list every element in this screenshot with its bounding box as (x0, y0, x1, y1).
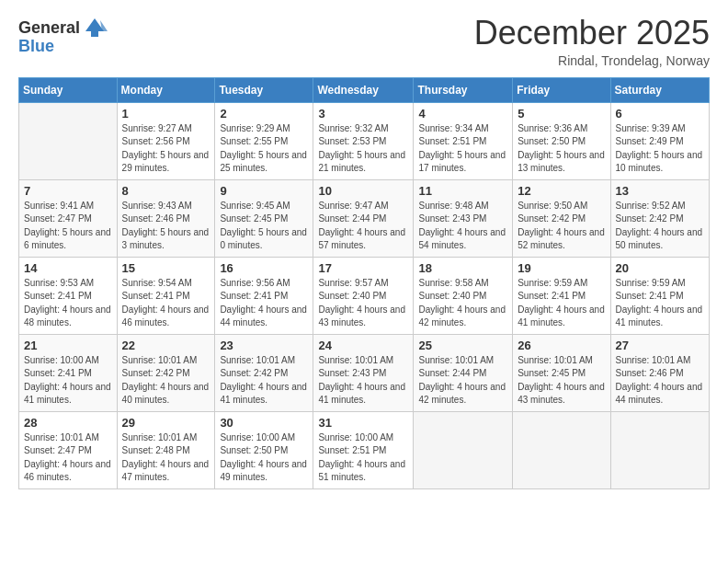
calendar-week-row: 14Sunrise: 9:53 AMSunset: 2:41 PMDayligh… (19, 257, 710, 334)
calendar-week-row: 7Sunrise: 9:41 AMSunset: 2:47 PMDaylight… (19, 179, 710, 257)
calendar-cell: 9Sunrise: 9:45 AMSunset: 2:45 PMDaylight… (215, 179, 313, 257)
calendar-cell: 27Sunrise: 10:01 AMSunset: 2:46 PMDaylig… (610, 334, 709, 411)
weekday-header-friday: Friday (513, 77, 610, 102)
calendar-cell (414, 411, 513, 488)
day-number: 21 (24, 339, 112, 352)
day-number: 15 (122, 261, 210, 275)
calendar-cell: 16Sunrise: 9:56 AMSunset: 2:41 PMDayligh… (215, 257, 313, 334)
day-number: 31 (318, 416, 408, 430)
calendar-cell: 14Sunrise: 9:53 AMSunset: 2:41 PMDayligh… (19, 257, 118, 334)
day-number: 14 (24, 261, 112, 275)
day-number: 25 (418, 339, 507, 352)
calendar-cell: 22Sunrise: 10:01 AMSunset: 2:42 PMDaylig… (117, 334, 215, 411)
day-number: 20 (616, 261, 704, 275)
day-number: 5 (518, 107, 605, 121)
calendar-cell: 1Sunrise: 9:27 AMSunset: 2:56 PMDaylight… (117, 102, 215, 179)
calendar-cell: 29Sunrise: 10:01 AMSunset: 2:48 PMDaylig… (117, 411, 215, 488)
calendar-cell: 28Sunrise: 10:01 AMSunset: 2:47 PMDaylig… (19, 411, 118, 488)
month-title: December 2025 (474, 15, 710, 52)
day-number: 16 (220, 261, 308, 275)
calendar-cell: 25Sunrise: 10:01 AMSunset: 2:44 PMDaylig… (414, 334, 513, 411)
weekday-header-tuesday: Tuesday (215, 77, 313, 102)
calendar-table: SundayMondayTuesdayWednesdayThursdayFrid… (18, 77, 710, 489)
calendar-cell (19, 102, 118, 179)
day-info: Sunrise: 9:59 AMSunset: 2:41 PMDaylight:… (616, 278, 703, 328)
calendar-cell: 26Sunrise: 10:01 AMSunset: 2:45 PMDaylig… (513, 334, 610, 411)
day-info: Sunrise: 10:00 AMSunset: 2:51 PMDaylight… (318, 432, 405, 483)
day-info: Sunrise: 10:01 AMSunset: 2:42 PMDaylight… (122, 355, 210, 406)
day-number: 9 (220, 184, 308, 198)
calendar-cell: 12Sunrise: 9:50 AMSunset: 2:42 PMDayligh… (513, 179, 610, 257)
day-info: Sunrise: 9:45 AMSunset: 2:45 PMDaylight:… (220, 201, 307, 251)
calendar-cell: 2Sunrise: 9:29 AMSunset: 2:55 PMDaylight… (215, 102, 313, 179)
day-info: Sunrise: 9:57 AMSunset: 2:40 PMDaylight:… (318, 278, 405, 328)
day-number: 13 (616, 184, 704, 198)
calendar-cell: 30Sunrise: 10:00 AMSunset: 2:50 PMDaylig… (215, 411, 313, 488)
day-number: 18 (418, 261, 507, 275)
day-number: 12 (518, 184, 605, 198)
day-number: 4 (418, 107, 507, 121)
logo-blue-text: Blue (18, 37, 54, 56)
calendar-cell: 15Sunrise: 9:54 AMSunset: 2:41 PMDayligh… (117, 257, 215, 334)
day-number: 28 (24, 416, 112, 430)
logo-general-text: General (18, 18, 80, 38)
day-info: Sunrise: 9:39 AMSunset: 2:49 PMDaylight:… (616, 123, 703, 174)
calendar-cell: 7Sunrise: 9:41 AMSunset: 2:47 PMDaylight… (19, 179, 118, 257)
day-info: Sunrise: 9:47 AMSunset: 2:44 PMDaylight:… (318, 201, 405, 251)
svg-marker-0 (85, 18, 104, 37)
day-number: 11 (418, 184, 507, 198)
day-info: Sunrise: 9:41 AMSunset: 2:47 PMDaylight:… (24, 201, 111, 251)
day-number: 10 (318, 184, 408, 198)
calendar-cell: 6Sunrise: 9:39 AMSunset: 2:49 PMDaylight… (610, 102, 709, 179)
calendar-cell: 11Sunrise: 9:48 AMSunset: 2:43 PMDayligh… (414, 179, 513, 257)
day-info: Sunrise: 9:32 AMSunset: 2:53 PMDaylight:… (318, 123, 405, 174)
calendar-week-row: 21Sunrise: 10:00 AMSunset: 2:41 PMDaylig… (19, 334, 710, 411)
day-info: Sunrise: 10:01 AMSunset: 2:47 PMDaylight… (24, 432, 111, 483)
day-info: Sunrise: 10:01 AMSunset: 2:43 PMDaylight… (318, 355, 405, 406)
day-number: 30 (220, 416, 308, 430)
day-info: Sunrise: 9:50 AMSunset: 2:42 PMDaylight:… (518, 201, 605, 251)
calendar-cell: 8Sunrise: 9:43 AMSunset: 2:46 PMDaylight… (117, 179, 215, 257)
day-info: Sunrise: 9:43 AMSunset: 2:46 PMDaylight:… (122, 201, 210, 251)
day-info: Sunrise: 9:29 AMSunset: 2:55 PMDaylight:… (220, 123, 307, 174)
day-info: Sunrise: 9:48 AMSunset: 2:43 PMDaylight:… (418, 201, 506, 251)
day-info: Sunrise: 10:01 AMSunset: 2:45 PMDaylight… (518, 355, 605, 406)
calendar-cell: 4Sunrise: 9:34 AMSunset: 2:51 PMDaylight… (414, 102, 513, 179)
day-info: Sunrise: 9:27 AMSunset: 2:56 PMDaylight:… (122, 123, 210, 174)
day-number: 1 (122, 107, 210, 121)
day-info: Sunrise: 9:59 AMSunset: 2:41 PMDaylight:… (518, 278, 605, 328)
day-number: 29 (122, 416, 210, 430)
page-header: General Blue December 2025 Rindal, Trond… (18, 15, 710, 68)
day-info: Sunrise: 9:34 AMSunset: 2:51 PMDaylight:… (418, 123, 506, 174)
day-info: Sunrise: 10:00 AMSunset: 2:50 PMDaylight… (220, 432, 307, 483)
calendar-cell: 13Sunrise: 9:52 AMSunset: 2:42 PMDayligh… (610, 179, 709, 257)
calendar-week-row: 1Sunrise: 9:27 AMSunset: 2:56 PMDaylight… (19, 102, 710, 179)
day-info: Sunrise: 10:00 AMSunset: 2:41 PMDaylight… (24, 355, 111, 406)
day-number: 26 (518, 339, 605, 352)
day-info: Sunrise: 9:54 AMSunset: 2:41 PMDaylight:… (122, 278, 210, 328)
weekday-header-wednesday: Wednesday (313, 77, 414, 102)
calendar-cell: 5Sunrise: 9:36 AMSunset: 2:50 PMDaylight… (513, 102, 610, 179)
weekday-header-sunday: Sunday (19, 77, 118, 102)
weekday-header-saturday: Saturday (610, 77, 709, 102)
logo-icon (82, 15, 108, 40)
day-info: Sunrise: 10:01 AMSunset: 2:44 PMDaylight… (418, 355, 506, 406)
day-number: 23 (220, 339, 308, 352)
calendar-cell: 10Sunrise: 9:47 AMSunset: 2:44 PMDayligh… (313, 179, 414, 257)
calendar-cell: 17Sunrise: 9:57 AMSunset: 2:40 PMDayligh… (313, 257, 414, 334)
calendar-cell: 24Sunrise: 10:01 AMSunset: 2:43 PMDaylig… (313, 334, 414, 411)
day-number: 19 (518, 261, 605, 275)
calendar-week-row: 28Sunrise: 10:01 AMSunset: 2:47 PMDaylig… (19, 411, 710, 488)
calendar-cell: 23Sunrise: 10:01 AMSunset: 2:42 PMDaylig… (215, 334, 313, 411)
day-number: 17 (318, 261, 408, 275)
calendar-cell (610, 411, 709, 488)
calendar-cell: 21Sunrise: 10:00 AMSunset: 2:41 PMDaylig… (19, 334, 118, 411)
day-info: Sunrise: 9:36 AMSunset: 2:50 PMDaylight:… (518, 123, 605, 174)
weekday-header-monday: Monday (117, 77, 215, 102)
day-number: 27 (616, 339, 704, 352)
logo: General Blue (18, 15, 108, 56)
day-number: 6 (616, 107, 704, 121)
day-number: 24 (318, 339, 408, 352)
calendar-cell: 31Sunrise: 10:00 AMSunset: 2:51 PMDaylig… (313, 411, 414, 488)
day-info: Sunrise: 9:56 AMSunset: 2:41 PMDaylight:… (220, 278, 307, 328)
